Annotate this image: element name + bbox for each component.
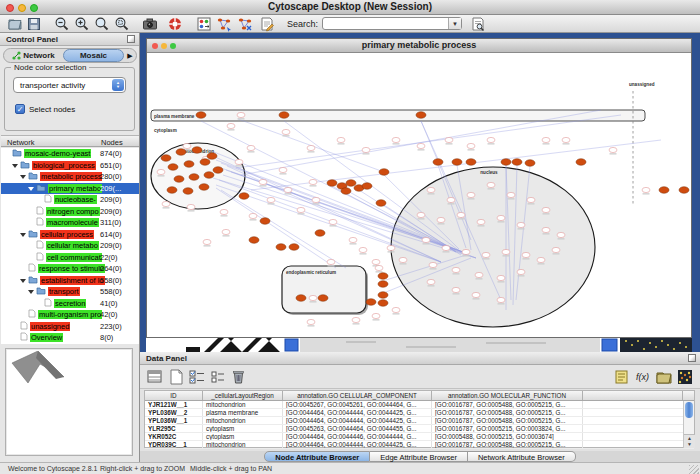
network-node[interactable] [467, 192, 475, 197]
network-tree-row[interactable]: transport558(0) [1, 286, 139, 298]
network-node[interactable] [422, 237, 430, 242]
network-node[interactable] [372, 313, 380, 318]
zoom-in-icon[interactable] [74, 16, 90, 32]
network-node[interactable] [276, 244, 286, 251]
network-node[interactable] [199, 184, 209, 191]
table-row[interactable]: YLR295Ccytoplasm[GO:0045263, GO:0044464,… [145, 425, 694, 433]
tab-network-attribute-browser[interactable]: Network Attribute Browser [468, 451, 576, 462]
network-node[interactable] [309, 179, 317, 184]
network-node[interactable] [487, 137, 495, 142]
network-tree-row[interactable]: cellular process614(0) [1, 229, 139, 241]
network-node[interactable] [161, 155, 171, 162]
expand-arrow-icon[interactable] [20, 175, 26, 179]
network-node[interactable] [176, 149, 186, 156]
network-node[interactable] [327, 180, 337, 187]
network-node[interactable] [517, 269, 525, 274]
expand-arrow-icon[interactable] [28, 290, 34, 294]
network-node[interactable] [447, 197, 455, 202]
birds-eye-view[interactable] [5, 348, 133, 456]
network-node[interactable] [307, 145, 315, 150]
network-tree-row[interactable]: Overview8(0) [1, 332, 139, 344]
network-node[interactable] [162, 201, 170, 206]
network-node[interactable] [542, 207, 550, 212]
network-node[interactable] [472, 292, 480, 297]
network-node[interactable] [315, 230, 325, 237]
network-node[interactable] [497, 275, 505, 280]
network-tree-row[interactable]: mosaic-demo-yeast874(0) [1, 148, 139, 160]
network-node[interactable] [392, 137, 400, 142]
network-node[interactable] [259, 179, 267, 184]
network-node[interactable] [517, 222, 525, 227]
search-combo[interactable]: ▼ [322, 17, 462, 30]
network-node[interactable] [457, 212, 465, 217]
network-node[interactable] [501, 159, 511, 166]
network-node[interactable] [378, 281, 388, 288]
network-node[interactable] [379, 169, 389, 176]
network-node[interactable] [312, 197, 320, 202]
network-tree-row[interactable]: macromolecule311(0) [1, 217, 139, 229]
network-tree-row[interactable]: cell communicat22(0) [1, 252, 139, 264]
help-icon[interactable] [167, 16, 183, 32]
network-node[interactable] [192, 147, 202, 154]
network-node[interactable] [416, 112, 426, 119]
table-row[interactable]: YDR039C__1mitochondrion[GO:0044464, GO:0… [145, 441, 694, 449]
network-node[interactable] [576, 159, 586, 166]
network-node[interactable] [542, 137, 550, 142]
network-node[interactable] [659, 187, 669, 194]
network-node[interactable] [207, 153, 217, 160]
scrollbar-arrows[interactable]: ▲▼ [684, 434, 695, 448]
network-node[interactable] [309, 295, 317, 300]
expand-arrow-icon[interactable] [20, 233, 26, 237]
network-node[interactable] [452, 287, 460, 292]
network-node[interactable] [557, 232, 565, 237]
network-node[interactable] [200, 159, 210, 166]
network-tree-row[interactable]: cellular metabo209(0) [1, 240, 139, 252]
network-node[interactable] [378, 273, 388, 280]
network-node[interactable] [462, 249, 470, 254]
network-node[interactable] [497, 297, 505, 302]
tab-mosaic[interactable]: Mosaic [63, 49, 124, 62]
network-node[interactable] [352, 317, 360, 322]
network-node[interactable] [184, 161, 194, 168]
network-node[interactable] [359, 247, 367, 252]
network-tree-row[interactable]: secretion41(0) [1, 298, 139, 310]
network-node[interactable] [189, 174, 199, 181]
network-node[interactable] [482, 252, 490, 257]
network-node[interactable] [507, 192, 515, 197]
network-node[interactable] [183, 143, 191, 148]
create-network-icon[interactable] [216, 16, 232, 32]
network-node[interactable] [679, 187, 689, 194]
network-tree-row[interactable]: response to stimulu264(0) [1, 263, 139, 275]
network-node[interactable] [282, 129, 290, 134]
attribute-checklist-icon[interactable] [188, 368, 206, 386]
tab-overflow-icon[interactable]: ▶ [124, 52, 136, 60]
network-node[interactable] [542, 227, 550, 232]
network-node[interactable] [196, 112, 206, 119]
network-node[interactable] [376, 200, 386, 207]
select-nodes-checkbox[interactable]: ✓ [15, 104, 25, 114]
network-node[interactable] [642, 187, 650, 192]
network-node[interactable] [417, 143, 425, 148]
table-row[interactable]: YPL036W__1mitochondrion[GO:0044464, GO:0… [145, 417, 694, 425]
function-builder-icon[interactable]: f(x) [634, 368, 652, 386]
import-attributes-icon[interactable] [655, 368, 673, 386]
network-node[interactable] [237, 112, 245, 117]
annotation-notes-icon[interactable] [613, 368, 631, 386]
network-node[interactable] [502, 249, 510, 254]
search-input[interactable] [323, 18, 445, 29]
network-node[interactable] [378, 300, 388, 307]
network-tree-row[interactable]: nucleobase-209(0) [1, 194, 139, 206]
node-color-dropdown[interactable]: transporter activity ▲▼ [13, 77, 126, 93]
network-node[interactable] [279, 112, 289, 119]
open-file-icon[interactable] [7, 16, 23, 32]
float-panel-icon[interactable] [688, 354, 696, 362]
column-header[interactable]: annotation.GO MOLECULAR_FUNCTION [432, 391, 583, 400]
network-node[interactable] [260, 218, 270, 225]
network-tree-row[interactable]: establishment of lo558(0) [1, 275, 139, 287]
network-node[interactable] [168, 164, 178, 171]
network-node[interactable] [417, 212, 425, 217]
network-node[interactable] [442, 245, 450, 250]
network-node[interactable] [366, 299, 376, 306]
network-window-titlebar[interactable]: primary metabolic process [147, 39, 691, 53]
tab-node-attribute-browser[interactable]: Node Attribute Browser [264, 451, 370, 462]
